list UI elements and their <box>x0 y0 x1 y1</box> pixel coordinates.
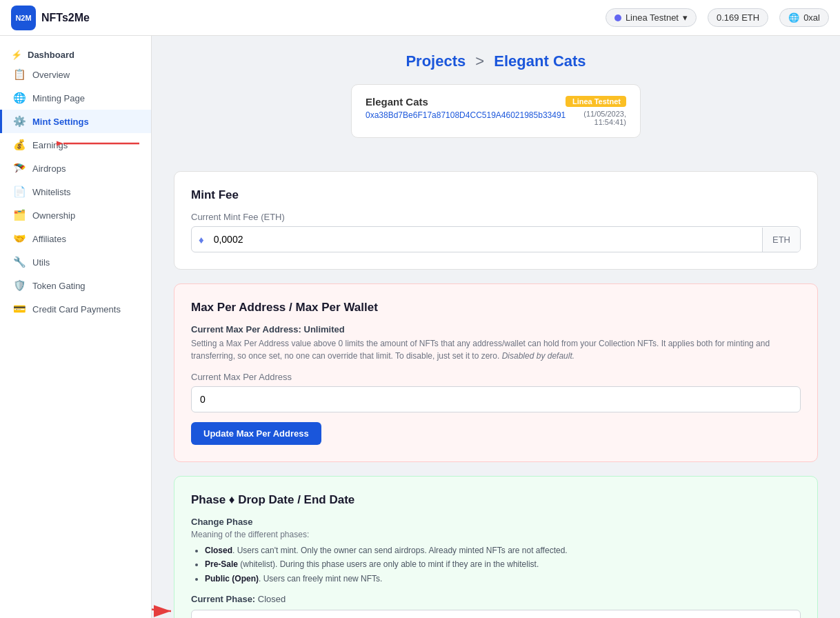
mint-fee-input-row: ♦ ETH <box>191 226 801 252</box>
minting-page-icon: 🌐 <box>13 92 26 104</box>
sidebar-item-mint-settings[interactable]: ⚙️ Mint Settings <box>0 110 151 133</box>
phase-section: Phase ♦ Drop Date / End Date Change Phas… <box>174 476 818 618</box>
wallet-address-text: 0xal <box>803 12 820 23</box>
sidebar-item-label: Minting Page <box>32 93 85 103</box>
phase-select[interactable]: Closed Pre-Sale (Whitelist) Public (Open… <box>191 610 801 618</box>
eth-balance: 0.169 ETH <box>708 8 768 27</box>
dashboard-icon: ⚡ <box>11 50 22 60</box>
logo-text: NFTs2Me <box>41 12 90 24</box>
phase-list-item-public: Public (Open). Users can freely mint new… <box>205 572 801 586</box>
globe-icon: 🌐 <box>788 12 799 23</box>
airdrops-icon: 🪂 <box>13 162 26 175</box>
project-card: Elegant Cats 0xa38Bd7Be6F17a87108D4CC519… <box>351 84 641 138</box>
credit-card-icon: 💳 <box>13 303 26 315</box>
breadcrumb: Projects > Elegant Cats <box>174 52 818 70</box>
sidebar-item-ownership[interactable]: 🗂️ Ownership <box>0 203 151 227</box>
sidebar-item-overview[interactable]: 📋 Overview <box>0 63 151 86</box>
mint-settings-icon: ⚙️ <box>13 115 26 128</box>
sidebar-item-airdrops[interactable]: 🪂 Airdrops <box>0 157 151 180</box>
sidebar-item-credit-card[interactable]: 💳 Credit Card Payments <box>0 297 151 321</box>
phase-list-item-presale: Pre-Sale (whitelist). During this phase … <box>205 557 801 571</box>
earnings-icon: 💰 <box>13 139 26 151</box>
mint-fee-title: Mint Fee <box>191 188 801 202</box>
current-phase-value: Closed <box>258 594 286 604</box>
eth-diamond-icon: ♦ <box>199 234 204 246</box>
phase-list-item-closed: Closed. Users can't mint. Only the owner… <box>205 544 801 557</box>
update-max-per-address-button[interactable]: Update Max Per Address <box>191 422 321 445</box>
network-label: Linea Testnet <box>626 12 679 23</box>
sidebar-item-label: Credit Card Payments <box>32 304 121 315</box>
sidebar-item-label: Airdrops <box>32 163 66 174</box>
max-per-address-subtitle: Current Max Per Address: Unlimited <box>191 324 801 335</box>
sidebar-item-whitelists[interactable]: 📄 Whitelists <box>0 180 151 203</box>
sidebar-item-label: Utils <box>32 257 50 268</box>
mint-fee-section: Mint Fee Current Mint Fee (ETH) ♦ ETH <box>174 171 818 270</box>
sidebar-item-label: Overview <box>32 70 70 80</box>
current-phase-label: Current Phase: Closed <box>191 594 801 604</box>
network-selector[interactable]: Linea Testnet ▾ <box>606 8 697 27</box>
token-gating-icon: 🛡️ <box>13 279 26 292</box>
wallet-address: 🌐 0xal <box>779 8 829 27</box>
logo-icon: N2M <box>11 6 36 30</box>
project-date: (11/05/2023, 11:54:41) <box>566 110 626 126</box>
logo: N2M NFTs2Me <box>11 6 90 30</box>
chevron-down-icon: ▾ <box>683 12 688 23</box>
sidebar-item-minting-page[interactable]: 🌐 Minting Page <box>0 86 151 110</box>
main-content: Projects > Elegant Cats Elegant Cats 0xa… <box>152 36 840 618</box>
testnet-badge: Linea Testnet <box>566 96 626 107</box>
sidebar-item-token-gating[interactable]: 🛡️ Token Gating <box>0 274 151 297</box>
mint-fee-field-label: Current Mint Fee (ETH) <box>191 212 801 222</box>
max-per-address-field-label: Current Max Per Address <box>191 372 801 382</box>
sidebar-item-label: Ownership <box>32 210 75 221</box>
sidebar: ⚡ Dashboard 📋 Overview 🌐 Minting Page ⚙️… <box>0 36 152 618</box>
max-per-address-desc: Setting a Max Per Address value above 0 … <box>191 337 801 362</box>
max-per-address-italic: Disabled by default. <box>502 351 574 361</box>
dashboard-label: ⚡ Dashboard <box>0 44 151 63</box>
change-phase-label: Change Phase <box>191 517 801 527</box>
max-per-address-title: Max Per Address / Max Per Wallet <box>191 301 801 315</box>
breadcrumb-current: Elegant Cats <box>494 52 586 70</box>
max-per-address-section: Max Per Address / Max Per Wallet Current… <box>174 283 818 462</box>
whitelists-icon: 📄 <box>13 186 26 198</box>
arrow-to-select <box>152 584 181 618</box>
project-address[interactable]: 0xa38Bd7Be6F17a87108D4CC519A46021985b334… <box>366 110 566 120</box>
sidebar-item-label: Whitelists <box>32 187 71 197</box>
project-name: Elegant Cats <box>366 96 566 108</box>
sidebar-item-affiliates[interactable]: 🤝 Affiliates <box>0 227 151 250</box>
sidebar-item-label: Affiliates <box>32 234 66 244</box>
top-right-controls: Linea Testnet ▾ 0.169 ETH 🌐 0xal <box>606 8 829 27</box>
breadcrumb-separator: > <box>475 52 488 70</box>
utils-icon: 🔧 <box>13 256 26 268</box>
sidebar-item-label: Earnings <box>32 140 68 150</box>
affiliates-icon: 🤝 <box>13 232 26 245</box>
max-per-address-input[interactable] <box>191 386 801 412</box>
network-dot <box>614 14 621 21</box>
sidebar-item-earnings[interactable]: 💰 Earnings <box>0 133 151 157</box>
sidebar-item-utils[interactable]: 🔧 Utils <box>0 250 151 274</box>
mint-fee-input[interactable] <box>208 227 762 252</box>
phase-section-title: Phase ♦ Drop Date / End Date <box>191 493 801 507</box>
phase-list: Closed. Users can't mint. Only the owner… <box>191 544 801 586</box>
sidebar-item-label: Mint Settings <box>32 117 89 127</box>
ownership-icon: 🗂️ <box>13 209 26 221</box>
overview-icon: 📋 <box>13 68 26 81</box>
breadcrumb-projects[interactable]: Projects <box>406 52 466 70</box>
mint-fee-suffix: ETH <box>762 228 800 252</box>
sidebar-item-label: Token Gating <box>32 281 86 291</box>
meaning-label: Meaning of the different phases: <box>191 530 801 539</box>
